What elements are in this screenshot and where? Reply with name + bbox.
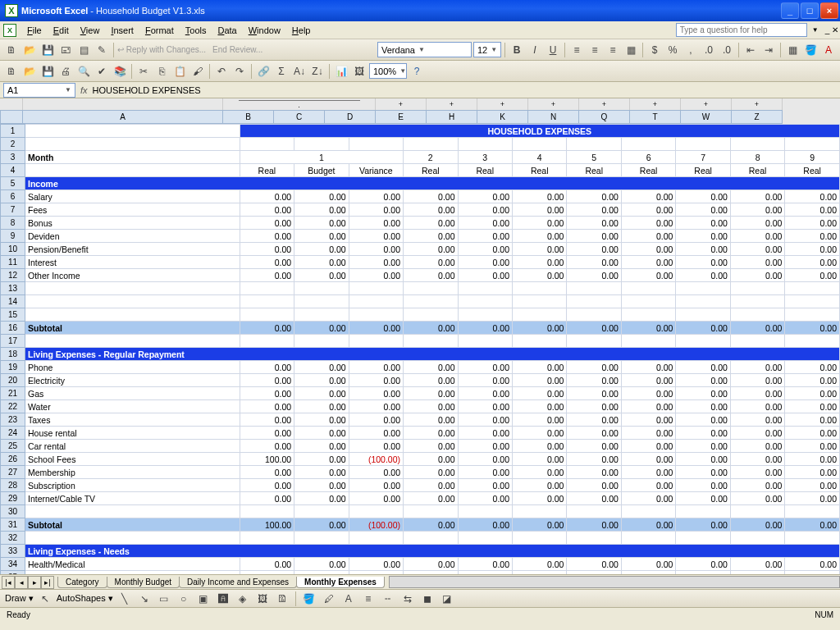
cell[interactable]: 0.00 [294, 243, 349, 256]
cell[interactable]: 0.00 [458, 400, 512, 413]
menu-help[interactable]: Help [286, 24, 317, 37]
cell[interactable]: 0.00 [785, 571, 840, 575]
outline-expand-button[interactable]: + [376, 98, 427, 110]
cell[interactable]: 0.00 [294, 492, 349, 505]
cell[interactable]: 0.00 [458, 413, 512, 427]
cell[interactable]: Salary [25, 190, 240, 203]
cell[interactable] [785, 335, 840, 348]
cell[interactable]: 0.00 [349, 190, 403, 203]
italic-button[interactable]: I [527, 42, 543, 58]
column-header[interactable] [0, 110, 23, 124]
row-header[interactable]: 15 [1, 308, 25, 322]
cell[interactable]: 0.00 [294, 466, 349, 479]
cell[interactable]: Taxes [25, 413, 240, 427]
sheet-tab[interactable]: Monthly Budget [107, 577, 180, 588]
cell[interactable]: 0.00 [512, 387, 566, 400]
cell[interactable]: 0.00 [730, 217, 784, 230]
cell[interactable]: 0.00 [730, 492, 784, 505]
cell[interactable] [512, 295, 566, 308]
line-style-button[interactable]: ≡ [360, 591, 377, 607]
cell[interactable] [621, 282, 675, 295]
cell[interactable]: 0.00 [676, 558, 730, 571]
window-maximize-button[interactable]: □ [801, 2, 819, 19]
cell[interactable] [567, 138, 621, 151]
cell[interactable]: 0.00 [785, 203, 840, 217]
cell[interactable]: 0.00 [567, 492, 621, 505]
cell[interactable]: 0.00 [349, 440, 403, 453]
cell[interactable]: Real [676, 164, 730, 177]
outline-expand-button[interactable]: + [528, 98, 579, 110]
cell[interactable]: 0.00 [567, 190, 621, 203]
row-header[interactable]: 30 [1, 505, 25, 518]
cell[interactable]: 0.00 [730, 269, 784, 282]
cell[interactable]: 0.00 [294, 440, 349, 453]
menu-file[interactable]: File [21, 24, 48, 37]
cell[interactable] [512, 308, 566, 322]
spreadsheet-grid[interactable]: .++++++++ ABCDEHKNQTWZ 1HOUSEHOLD EXPENS… [0, 98, 840, 574]
cell[interactable]: 0.00 [512, 558, 566, 571]
cell[interactable]: 0.00 [785, 217, 840, 230]
cell[interactable]: (100.00) [349, 453, 403, 466]
cell[interactable]: 0.00 [458, 453, 512, 466]
cell[interactable]: 0.00 [621, 322, 675, 335]
tab-nav-prev[interactable]: ◂ [15, 576, 28, 589]
cell[interactable]: 0.00 [404, 322, 458, 335]
cell[interactable]: Health/Medical [25, 558, 240, 571]
new-button[interactable]: 🗎 [3, 63, 20, 80]
column-header[interactable]: N [528, 110, 579, 124]
cell[interactable]: 0.00 [676, 400, 730, 413]
cell[interactable] [512, 532, 566, 545]
column-header[interactable]: H [427, 110, 477, 124]
cell[interactable]: 0.00 [785, 230, 840, 243]
cell[interactable]: 0.00 [676, 374, 730, 387]
cell[interactable]: Car rental [25, 440, 240, 453]
cell[interactable]: 0.00 [240, 230, 294, 243]
cell[interactable]: 0.00 [240, 374, 294, 387]
cell[interactable] [458, 308, 512, 322]
tab-nav-first[interactable]: |◂ [2, 576, 15, 589]
cell[interactable]: Budget [294, 164, 349, 177]
cell[interactable] [404, 505, 458, 518]
cell[interactable]: Membership [25, 466, 240, 479]
cell[interactable]: 9 [785, 151, 840, 164]
row-header[interactable]: 25 [1, 440, 25, 453]
cell[interactable]: 0.00 [567, 518, 621, 532]
cell[interactable]: 0.00 [512, 440, 566, 453]
cell[interactable] [294, 532, 349, 545]
cell[interactable] [621, 505, 675, 518]
cell[interactable]: 0.00 [730, 230, 784, 243]
cell[interactable]: 0.00 [567, 387, 621, 400]
cell[interactable]: 0.00 [621, 217, 675, 230]
cell[interactable] [404, 532, 458, 545]
cell[interactable]: 0.00 [567, 453, 621, 466]
cell[interactable] [621, 295, 675, 308]
cell[interactable]: 0.00 [621, 518, 675, 532]
cell[interactable]: 0.00 [730, 466, 784, 479]
cell[interactable] [785, 532, 840, 545]
cell[interactable]: 0.00 [567, 479, 621, 492]
cell[interactable] [349, 505, 403, 518]
cell[interactable] [621, 138, 675, 151]
cell[interactable]: 0.00 [621, 256, 675, 269]
arrow-button[interactable]: ↘ [136, 591, 153, 607]
outline-expand-button[interactable] [23, 98, 223, 110]
cell[interactable]: 0.00 [676, 322, 730, 335]
cell[interactable] [240, 335, 294, 348]
cell[interactable] [404, 295, 458, 308]
line-color-button[interactable]: 🖊 [321, 591, 337, 607]
cell[interactable] [25, 295, 240, 308]
cell[interactable]: 0.00 [458, 387, 512, 400]
zoom-selector[interactable]: 100%▼ [369, 63, 407, 79]
cell[interactable] [676, 295, 730, 308]
cell[interactable]: 0.00 [404, 427, 458, 440]
cell[interactable]: 0.00 [294, 400, 349, 413]
cell[interactable]: 0.00 [730, 374, 784, 387]
cell[interactable]: 0.00 [240, 256, 294, 269]
align-right-button[interactable]: ≡ [605, 42, 621, 58]
cell[interactable] [567, 295, 621, 308]
cell[interactable]: 0.00 [621, 269, 675, 282]
cell[interactable]: 0.00 [621, 466, 675, 479]
cell[interactable]: Real [730, 164, 784, 177]
cell[interactable] [240, 295, 294, 308]
cell[interactable] [785, 505, 840, 518]
